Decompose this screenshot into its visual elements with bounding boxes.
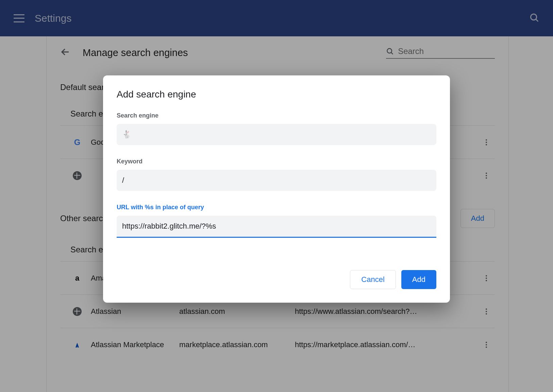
add-button[interactable]: Add [401, 270, 436, 289]
keyword-input[interactable] [117, 170, 436, 191]
cancel-button[interactable]: Cancel [350, 270, 396, 289]
search-engine-input[interactable] [117, 124, 436, 145]
add-search-engine-dialog: Add search engine Search engine Keyword … [103, 75, 450, 303]
url-input[interactable] [117, 216, 436, 238]
keyword-label: Keyword [117, 158, 436, 165]
search-engine-label: Search engine [117, 112, 436, 119]
dialog-title: Add search engine [117, 89, 436, 100]
url-label: URL with %s in place of query [117, 204, 436, 211]
